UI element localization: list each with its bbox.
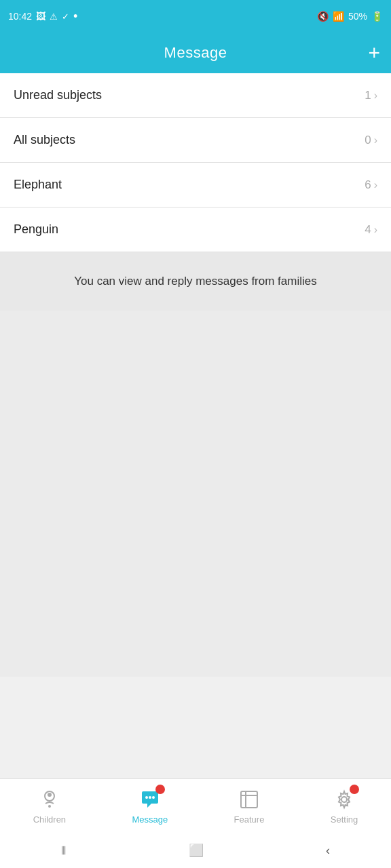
setting-icon <box>332 787 356 812</box>
list-item-label-all: All subjects <box>14 133 75 147</box>
svg-point-4 <box>149 796 151 799</box>
svg-point-1 <box>48 793 52 797</box>
setting-badge <box>350 785 359 794</box>
list-item-label-elephant: Elephant <box>14 178 62 192</box>
chevron-icon-penguin: › <box>374 224 377 236</box>
message-icon <box>138 787 162 812</box>
gray-area <box>0 311 391 677</box>
dot-icon: • <box>73 9 77 24</box>
info-box: You can view and reply messages from fam… <box>0 252 391 311</box>
page-title: Message <box>164 44 227 62</box>
home-button[interactable]: ⬜ <box>189 843 204 858</box>
alert-icon: ⚠ <box>50 12 58 22</box>
list-item-count-penguin: 4 <box>365 223 371 237</box>
list-item-count-unread: 1 <box>365 89 371 102</box>
svg-point-2 <box>48 805 51 808</box>
status-left: 10:42 🖼 ⚠ ✓ • <box>8 9 77 24</box>
battery-text: 50% <box>348 11 367 22</box>
list-item-right-penguin: 4 › <box>365 223 377 237</box>
chevron-icon-all: › <box>374 134 377 146</box>
nav-label-setting: Setting <box>331 814 358 825</box>
status-right: 🔇 📶 50% 🔋 <box>317 11 383 22</box>
children-icon <box>37 787 62 812</box>
nav-label-feature: Feature <box>234 814 265 825</box>
nav-item-message[interactable]: Message <box>132 787 168 825</box>
list-item-label-unread: Unread subjects <box>14 88 102 102</box>
nav-item-setting[interactable]: Setting <box>331 787 358 825</box>
svg-point-3 <box>145 796 148 799</box>
recent-apps-button[interactable]: ⦀ <box>61 844 67 858</box>
wifi-icon: 📶 <box>333 11 344 22</box>
info-text: You can view and reply messages from fam… <box>74 275 316 288</box>
svg-rect-6 <box>241 791 257 808</box>
svg-point-5 <box>152 796 155 799</box>
list-item-label-penguin: Penguin <box>14 222 58 237</box>
mute-icon: 🔇 <box>317 11 329 22</box>
list-item-penguin[interactable]: Penguin 4 › <box>0 208 391 252</box>
list-item-unread[interactable]: Unread subjects 1 › <box>0 73 391 118</box>
list-item-count-elephant: 6 <box>365 178 371 192</box>
list-item-elephant[interactable]: Elephant 6 › <box>0 163 391 208</box>
top-bar: Message + <box>0 33 391 73</box>
time: 10:42 <box>8 11 32 22</box>
feature-icon <box>237 787 261 812</box>
list-item-all[interactable]: All subjects 0 › <box>0 118 391 163</box>
add-button[interactable]: + <box>368 41 380 64</box>
message-list: Unread subjects 1 › All subjects 0 › Ele… <box>0 73 391 252</box>
photo-icon: 🖼 <box>36 11 45 22</box>
nav-label-message: Message <box>132 814 168 825</box>
status-bar: 10:42 🖼 ⚠ ✓ • 🔇 📶 50% 🔋 <box>0 0 391 33</box>
nav-item-children[interactable]: Children <box>33 787 66 825</box>
battery-icon: 🔋 <box>371 11 383 22</box>
check-icon: ✓ <box>62 12 69 22</box>
list-item-right-elephant: 6 › <box>365 178 377 192</box>
list-item-count-all: 0 <box>365 134 371 147</box>
list-item-right-all: 0 › <box>365 134 377 147</box>
system-nav-bar: ⦀ ⬜ ‹ <box>0 833 391 868</box>
chevron-icon-elephant: › <box>374 179 377 191</box>
nav-item-feature[interactable]: Feature <box>234 787 265 825</box>
chevron-icon-unread: › <box>374 90 377 102</box>
back-button[interactable]: ‹ <box>326 844 330 858</box>
message-badge <box>155 785 165 794</box>
nav-label-children: Children <box>33 814 66 825</box>
svg-point-9 <box>341 797 347 802</box>
list-item-right-unread: 1 › <box>365 89 377 102</box>
bottom-nav: Children Message Feature <box>0 778 391 833</box>
